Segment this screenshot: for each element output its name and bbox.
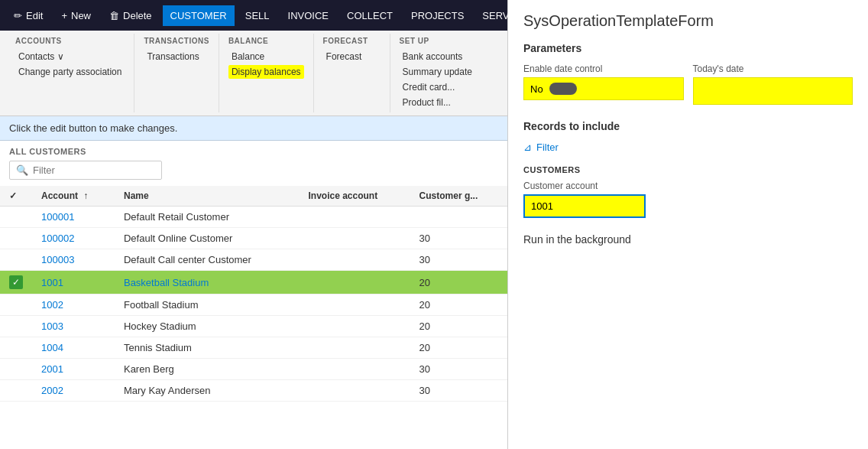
todays-date-label: Today's date	[693, 63, 853, 74]
check-cell	[0, 228, 32, 249]
customer-nav-tab[interactable]: CUSTOMER	[163, 5, 235, 26]
name-cell: Default Retail Customer	[115, 207, 300, 228]
table-row[interactable]: 100002Default Online Customer30	[0, 228, 507, 249]
account-cell[interactable]: 100001	[32, 207, 115, 228]
account-link[interactable]: 100003	[41, 254, 74, 265]
bank-accounts-ribbon-item[interactable]: Bank accounts	[400, 50, 475, 63]
enable-date-control-value[interactable]: No	[523, 77, 684, 100]
list-header: ALL CUSTOMERS 🔍	[0, 141, 507, 186]
table-row[interactable]: 1003Hockey Stadium20	[0, 316, 507, 337]
account-cell[interactable]: 2001	[32, 359, 115, 380]
invoice-account-cell	[299, 228, 410, 249]
customer-group-cell: 20	[410, 294, 507, 316]
projects-nav-tab[interactable]: PROJECTS	[403, 5, 471, 26]
change-party-ribbon-item[interactable]: Change party association	[15, 65, 125, 79]
toggle-switch[interactable]	[549, 83, 577, 95]
check-cell	[0, 316, 32, 337]
account-cell[interactable]: 2002	[32, 380, 115, 402]
right-panel: SysOperationTemplateForm Parameters Enab…	[508, 0, 868, 449]
summary-update-ribbon-item[interactable]: Summary update	[400, 65, 475, 79]
ribbon-group-transactions: TRANSACTIONS Transactions	[134, 34, 219, 112]
name-cell: Hockey Stadium	[115, 316, 300, 337]
table-row[interactable]: 2002Mary Kay Andersen30	[0, 380, 507, 402]
params-grid: Enable date control No Today's date	[523, 63, 853, 105]
check-cell	[0, 249, 32, 271]
customer-group-header[interactable]: Customer g...	[410, 186, 507, 207]
table-row[interactable]: ✓1001Basketball Stadium20	[0, 271, 507, 294]
account-link[interactable]: 1003	[41, 320, 63, 332]
name-cell: Default Online Customer	[115, 228, 300, 249]
table-row[interactable]: 2001Karen Berg30	[0, 359, 507, 380]
customer-group-cell: 20	[410, 271, 507, 294]
check-header: ✓	[0, 186, 32, 207]
invoice-account-header[interactable]: Invoice account	[299, 186, 410, 207]
forecast-ribbon-item[interactable]: Forecast	[323, 50, 381, 63]
table-row[interactable]: 100003Default Call center Customer30	[0, 249, 507, 271]
check-cell	[0, 380, 32, 402]
ribbon-content: ACCOUNTS Contacts ∨ Change party associa…	[0, 31, 507, 116]
balance-ribbon-item[interactable]: Balance	[228, 50, 304, 63]
filter-link[interactable]: ⊿ Filter	[523, 142, 853, 153]
transactions-ribbon-item[interactable]: Transactions	[144, 50, 209, 63]
account-cell[interactable]: 100003	[32, 249, 115, 271]
customers-subsection: CUSTOMERS Customer account	[523, 165, 853, 218]
account-cell[interactable]: 1003	[32, 316, 115, 337]
search-icon: 🔍	[16, 164, 28, 176]
account-link[interactable]: 1001	[41, 277, 63, 288]
balance-group-title: BALANCE	[228, 37, 304, 45]
top-nav: ✏ Edit + New 🗑 Delete CUSTOMER SELL INVO…	[0, 0, 507, 31]
transactions-items: Transactions	[144, 50, 209, 63]
invoice-account-cell	[299, 337, 410, 359]
balance-items: Balance Display balances	[228, 50, 304, 79]
customer-group-cell: 30	[410, 249, 507, 271]
account-link[interactable]: 1002	[41, 299, 63, 311]
name-cell: Basketball Stadium	[115, 271, 300, 294]
account-cell[interactable]: 1002	[32, 294, 115, 316]
table-row[interactable]: 1002Football Stadium20	[0, 294, 507, 316]
delete-button[interactable]: 🗑 Delete	[102, 5, 160, 26]
check-cell	[0, 337, 32, 359]
table-row[interactable]: 1004Tennis Stadium20	[0, 337, 507, 359]
name-link[interactable]: Basketball Stadium	[124, 277, 209, 288]
enable-date-control-text: No	[530, 83, 543, 95]
account-link[interactable]: 100002	[41, 233, 74, 244]
invoice-account-cell	[299, 316, 410, 337]
setup-items: Bank accounts Summary update Credit card…	[400, 50, 475, 109]
credit-card-ribbon-item[interactable]: Credit card...	[400, 80, 475, 94]
account-link[interactable]: 2002	[41, 385, 63, 396]
customer-account-input[interactable]	[523, 194, 646, 218]
filter-box[interactable]: 🔍	[9, 161, 162, 180]
name-header[interactable]: Name	[115, 186, 300, 207]
account-cell[interactable]: 1004	[32, 337, 115, 359]
customer-group-cell: 30	[410, 359, 507, 380]
table-header-row: ✓ Account ↑ Name Invoice account Custome…	[0, 186, 507, 207]
display-balances-ribbon-item[interactable]: Display balances	[228, 65, 304, 79]
invoice-account-cell	[299, 207, 410, 228]
account-link[interactable]: 2001	[41, 363, 63, 375]
records-section: Records to include ⊿ Filter CUSTOMERS Cu…	[523, 120, 853, 218]
invoice-account-cell	[299, 380, 410, 402]
setup-group-title: SET UP	[400, 37, 475, 45]
contacts-ribbon-item[interactable]: Contacts ∨	[15, 50, 125, 63]
edit-button[interactable]: ✏ Edit	[6, 5, 50, 26]
delete-icon: 🗑	[109, 10, 119, 21]
account-link[interactable]: 100001	[41, 211, 74, 223]
table-row[interactable]: 100001Default Retail Customer	[0, 207, 507, 228]
filter-input[interactable]	[33, 164, 155, 176]
name-cell: Tennis Stadium	[115, 337, 300, 359]
ribbon: ACCOUNTS Contacts ∨ Change party associa…	[0, 31, 507, 116]
filter-funnel-icon: ⊿	[523, 142, 532, 153]
product-fil-ribbon-item[interactable]: Product fil...	[400, 96, 475, 109]
left-panel: ✏ Edit + New 🗑 Delete CUSTOMER SELL INVO…	[0, 0, 508, 449]
invoice-nav-tab[interactable]: INVOICE	[280, 5, 336, 26]
invoice-account-cell	[299, 359, 410, 380]
invoice-account-cell	[299, 271, 410, 294]
account-header[interactable]: Account ↑	[32, 186, 115, 207]
new-button[interactable]: + New	[53, 5, 99, 26]
account-cell[interactable]: 1001	[32, 271, 115, 294]
todays-date-value[interactable]	[693, 77, 853, 105]
account-link[interactable]: 1004	[41, 342, 63, 353]
account-cell[interactable]: 100002	[32, 228, 115, 249]
collect-nav-tab[interactable]: COLLECT	[339, 5, 400, 26]
sell-nav-tab[interactable]: SELL	[238, 5, 277, 26]
